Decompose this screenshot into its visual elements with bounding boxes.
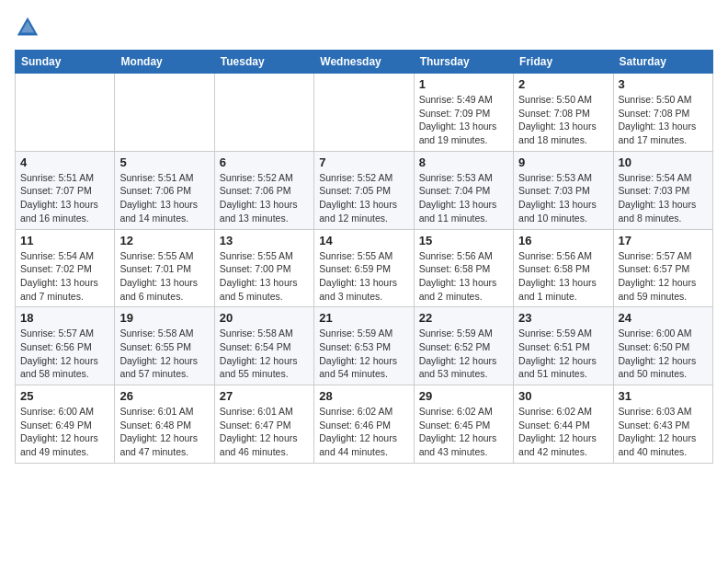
- calendar-cell: 18Sunrise: 5:57 AMSunset: 6:56 PMDayligh…: [16, 307, 115, 385]
- day-info: Sunrise: 5:55 AMSunset: 6:59 PMDaylight:…: [319, 249, 408, 304]
- calendar-cell: 17Sunrise: 5:57 AMSunset: 6:57 PMDayligh…: [613, 229, 712, 307]
- calendar-cell: 2Sunrise: 5:50 AMSunset: 7:08 PMDaylight…: [514, 74, 613, 152]
- day-number: 1: [419, 77, 508, 91]
- day-number: 12: [119, 234, 209, 247]
- calendar-cell: 29Sunrise: 6:02 AMSunset: 6:45 PMDayligh…: [414, 385, 513, 464]
- day-info: Sunrise: 6:02 AMSunset: 6:45 PMDaylight:…: [419, 405, 508, 459]
- week-row-4: 18Sunrise: 5:57 AMSunset: 6:56 PMDayligh…: [16, 307, 713, 385]
- calendar-table: SundayMondayTuesdayWednesdayThursdayFrid…: [15, 50, 713, 464]
- day-number: 31: [619, 389, 708, 403]
- col-header-thursday: Thursday: [414, 51, 513, 74]
- calendar-cell: 8Sunrise: 5:53 AMSunset: 7:04 PMDaylight…: [414, 151, 513, 229]
- calendar-cell: [115, 74, 214, 152]
- day-number: 9: [518, 155, 608, 169]
- day-info: Sunrise: 5:50 AMSunset: 7:08 PMDaylight:…: [518, 93, 608, 147]
- calendar-cell: 15Sunrise: 5:56 AMSunset: 6:58 PMDayligh…: [414, 229, 513, 307]
- col-header-saturday: Saturday: [613, 51, 712, 74]
- day-info: Sunrise: 5:51 AMSunset: 7:07 PMDaylight:…: [20, 171, 109, 225]
- calendar-cell: 5Sunrise: 5:51 AMSunset: 7:06 PMDaylight…: [115, 151, 214, 229]
- day-info: Sunrise: 6:02 AMSunset: 6:44 PMDaylight:…: [518, 405, 608, 459]
- calendar-cell: 31Sunrise: 6:03 AMSunset: 6:43 PMDayligh…: [613, 385, 712, 464]
- day-number: 13: [220, 234, 309, 247]
- day-number: 16: [518, 234, 608, 247]
- day-number: 7: [319, 155, 408, 169]
- week-row-5: 25Sunrise: 6:00 AMSunset: 6:49 PMDayligh…: [16, 385, 713, 464]
- calendar-cell: 25Sunrise: 6:00 AMSunset: 6:49 PMDayligh…: [16, 385, 115, 464]
- day-number: 27: [220, 389, 309, 403]
- calendar-cell: 22Sunrise: 5:59 AMSunset: 6:52 PMDayligh…: [414, 307, 513, 385]
- day-info: Sunrise: 5:56 AMSunset: 6:58 PMDaylight:…: [419, 249, 508, 304]
- day-info: Sunrise: 5:55 AMSunset: 7:00 PMDaylight:…: [220, 249, 309, 304]
- calendar-cell: 4Sunrise: 5:51 AMSunset: 7:07 PMDaylight…: [16, 151, 115, 229]
- day-info: Sunrise: 5:55 AMSunset: 7:01 PMDaylight:…: [119, 249, 209, 304]
- calendar-cell: [214, 74, 313, 152]
- logo: [15, 15, 44, 40]
- day-number: 5: [119, 155, 209, 169]
- day-info: Sunrise: 6:00 AMSunset: 6:50 PMDaylight:…: [619, 327, 708, 381]
- day-info: Sunrise: 5:59 AMSunset: 6:53 PMDaylight:…: [319, 327, 408, 381]
- calendar-cell: 13Sunrise: 5:55 AMSunset: 7:00 PMDayligh…: [214, 229, 313, 307]
- calendar-cell: 9Sunrise: 5:53 AMSunset: 7:03 PMDaylight…: [514, 151, 613, 229]
- day-number: 30: [518, 389, 608, 403]
- day-number: 17: [619, 234, 708, 247]
- day-info: Sunrise: 5:52 AMSunset: 7:06 PMDaylight:…: [220, 171, 309, 225]
- day-number: 4: [20, 155, 109, 169]
- day-number: 2: [518, 77, 608, 91]
- day-number: 29: [419, 389, 508, 403]
- calendar-cell: 21Sunrise: 5:59 AMSunset: 6:53 PMDayligh…: [314, 307, 414, 385]
- calendar-cell: 6Sunrise: 5:52 AMSunset: 7:06 PMDaylight…: [214, 151, 313, 229]
- calendar-cell: 11Sunrise: 5:54 AMSunset: 7:02 PMDayligh…: [16, 229, 115, 307]
- day-number: 22: [419, 311, 508, 325]
- calendar-cell: 10Sunrise: 5:54 AMSunset: 7:03 PMDayligh…: [613, 151, 712, 229]
- calendar-cell: 16Sunrise: 5:56 AMSunset: 6:58 PMDayligh…: [514, 229, 613, 307]
- day-info: Sunrise: 5:51 AMSunset: 7:06 PMDaylight:…: [119, 171, 209, 225]
- day-info: Sunrise: 5:58 AMSunset: 6:55 PMDaylight:…: [119, 327, 209, 381]
- day-info: Sunrise: 5:53 AMSunset: 7:03 PMDaylight:…: [518, 171, 608, 225]
- day-number: 6: [220, 155, 309, 169]
- calendar-cell: [16, 74, 115, 152]
- day-number: 24: [619, 311, 708, 325]
- day-number: 10: [619, 155, 708, 169]
- calendar-cell: 30Sunrise: 6:02 AMSunset: 6:44 PMDayligh…: [514, 385, 613, 464]
- day-info: Sunrise: 5:59 AMSunset: 6:51 PMDaylight:…: [518, 327, 608, 381]
- col-header-monday: Monday: [115, 51, 214, 74]
- calendar-cell: 27Sunrise: 6:01 AMSunset: 6:47 PMDayligh…: [214, 385, 313, 464]
- day-info: Sunrise: 5:56 AMSunset: 6:58 PMDaylight:…: [518, 249, 608, 304]
- day-info: Sunrise: 6:03 AMSunset: 6:43 PMDaylight:…: [619, 405, 708, 459]
- week-row-3: 11Sunrise: 5:54 AMSunset: 7:02 PMDayligh…: [16, 229, 713, 307]
- logo-icon: [15, 15, 40, 40]
- day-number: 26: [119, 389, 209, 403]
- col-header-friday: Friday: [514, 51, 613, 74]
- calendar-cell: 3Sunrise: 5:50 AMSunset: 7:08 PMDaylight…: [613, 74, 712, 152]
- day-info: Sunrise: 5:58 AMSunset: 6:54 PMDaylight:…: [220, 327, 309, 381]
- day-info: Sunrise: 5:53 AMSunset: 7:04 PMDaylight:…: [419, 171, 508, 225]
- day-info: Sunrise: 5:49 AMSunset: 7:09 PMDaylight:…: [419, 93, 508, 147]
- day-number: 28: [319, 389, 408, 403]
- day-info: Sunrise: 5:57 AMSunset: 6:56 PMDaylight:…: [20, 327, 109, 381]
- calendar-cell: 26Sunrise: 6:01 AMSunset: 6:48 PMDayligh…: [115, 385, 214, 464]
- day-info: Sunrise: 5:54 AMSunset: 7:03 PMDaylight:…: [619, 171, 708, 225]
- calendar-cell: 20Sunrise: 5:58 AMSunset: 6:54 PMDayligh…: [214, 307, 313, 385]
- calendar-cell: 24Sunrise: 6:00 AMSunset: 6:50 PMDayligh…: [613, 307, 712, 385]
- week-row-2: 4Sunrise: 5:51 AMSunset: 7:07 PMDaylight…: [16, 151, 713, 229]
- day-number: 18: [20, 311, 109, 325]
- day-info: Sunrise: 6:00 AMSunset: 6:49 PMDaylight:…: [20, 405, 109, 459]
- day-number: 19: [119, 311, 209, 325]
- calendar-cell: 12Sunrise: 5:55 AMSunset: 7:01 PMDayligh…: [115, 229, 214, 307]
- week-row-1: 1Sunrise: 5:49 AMSunset: 7:09 PMDaylight…: [16, 74, 713, 152]
- day-number: 11: [20, 234, 109, 247]
- day-info: Sunrise: 6:01 AMSunset: 6:47 PMDaylight:…: [220, 405, 309, 459]
- calendar-cell: 23Sunrise: 5:59 AMSunset: 6:51 PMDayligh…: [514, 307, 613, 385]
- calendar-cell: 7Sunrise: 5:52 AMSunset: 7:05 PMDaylight…: [314, 151, 414, 229]
- day-info: Sunrise: 5:54 AMSunset: 7:02 PMDaylight:…: [20, 249, 109, 304]
- day-number: 20: [220, 311, 309, 325]
- day-number: 23: [518, 311, 608, 325]
- day-number: 25: [20, 389, 109, 403]
- calendar-cell: 1Sunrise: 5:49 AMSunset: 7:09 PMDaylight…: [414, 74, 513, 152]
- day-info: Sunrise: 5:59 AMSunset: 6:52 PMDaylight:…: [419, 327, 508, 381]
- day-info: Sunrise: 5:57 AMSunset: 6:57 PMDaylight:…: [619, 249, 708, 304]
- day-number: 8: [419, 155, 508, 169]
- calendar-cell: 14Sunrise: 5:55 AMSunset: 6:59 PMDayligh…: [314, 229, 414, 307]
- day-number: 15: [419, 234, 508, 247]
- day-info: Sunrise: 6:01 AMSunset: 6:48 PMDaylight:…: [119, 405, 209, 459]
